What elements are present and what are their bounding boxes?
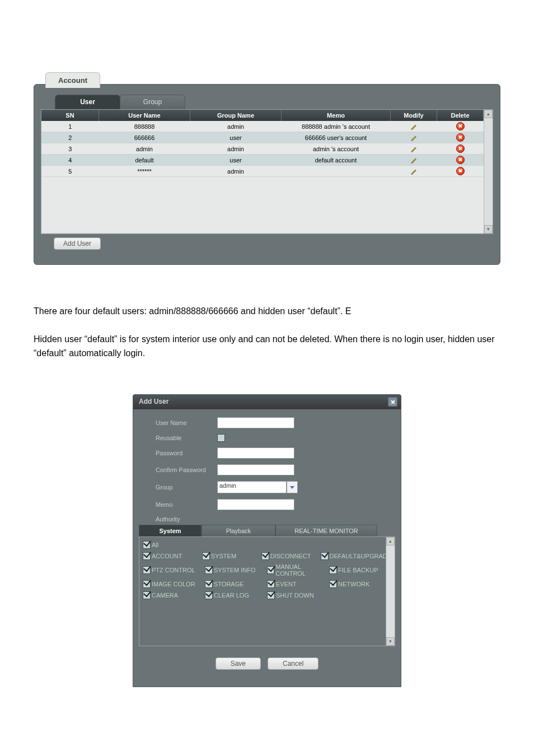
- perm-item[interactable]: CLEAR LOG: [205, 590, 267, 601]
- perm-checkbox[interactable]: [267, 580, 275, 588]
- perm-label: SYSTEM: [211, 553, 236, 559]
- perm-checkbox[interactable]: [329, 580, 337, 588]
- cell-modify: [391, 132, 437, 143]
- perm-label: NETWORK: [338, 581, 369, 587]
- label-confirm-password: Confirm Password: [156, 466, 217, 473]
- pencil-icon[interactable]: [411, 157, 417, 164]
- cell-delete: [437, 166, 484, 177]
- perm-item[interactable]: SHUT DOWN: [267, 590, 329, 601]
- perm-item[interactable]: DISCONNECT: [261, 550, 321, 562]
- label-password: Password: [156, 450, 217, 456]
- close-icon[interactable]: [388, 397, 397, 407]
- auth-tab-realtime[interactable]: REAL-TIME MONITOR: [275, 525, 377, 536]
- col-delete: Delete: [437, 110, 484, 121]
- prose-block: There are four default users: admin/8888…: [34, 304, 500, 361]
- perm-checkbox[interactable]: [267, 566, 274, 574]
- perm-item[interactable]: IMAGE COLOR: [143, 578, 205, 590]
- chevron-down-icon[interactable]: [287, 481, 298, 493]
- perm-label: IMAGE COLOR: [152, 581, 195, 587]
- cell-group-name: user: [190, 155, 282, 166]
- table-row: 5******admin: [41, 166, 484, 177]
- perm-checkbox[interactable]: [143, 580, 151, 588]
- col-user-name: User Name: [99, 110, 190, 121]
- delete-icon[interactable]: [456, 156, 465, 164]
- cell-modify: [391, 143, 437, 155]
- cell-modify: [391, 121, 437, 132]
- table-scrollbar[interactable]: ▴ ▾: [484, 110, 493, 234]
- label-user-name: User Name: [156, 419, 217, 426]
- cell-delete: [437, 121, 484, 132]
- perm-label: PTZ CONTROL: [152, 567, 195, 573]
- perm-item[interactable]: ACCOUNT: [143, 550, 202, 562]
- cell-sn: 1: [41, 121, 99, 132]
- perm-item[interactable]: SYSTEM INFO: [205, 562, 267, 578]
- perm-item[interactable]: NETWORK: [329, 578, 391, 590]
- perm-checkbox[interactable]: [205, 591, 213, 599]
- cell-memo: 888888 admin 's account: [282, 121, 391, 132]
- perm-all[interactable]: All: [143, 539, 216, 550]
- group-select[interactable]: admin: [217, 481, 287, 493]
- perm-item[interactable]: SYSTEM: [202, 550, 261, 562]
- col-sn: SN: [41, 110, 99, 121]
- perm-item[interactable]: MANUAL CONTROL: [267, 562, 329, 578]
- auth-tab-playback[interactable]: Playback: [202, 525, 275, 536]
- perm-checkbox[interactable]: [321, 552, 329, 560]
- cell-sn: 2: [41, 132, 99, 143]
- perm-label: CAMERA: [152, 592, 178, 599]
- delete-icon[interactable]: [456, 144, 465, 153]
- perm-item[interactable]: CAMERA: [143, 590, 205, 601]
- perm-item[interactable]: FILE BACKUP: [329, 562, 391, 578]
- col-modify: Modify: [391, 110, 437, 121]
- table-row: 2666666user666666 user's account: [41, 132, 484, 143]
- delete-icon[interactable]: [456, 133, 465, 142]
- perm-checkbox[interactable]: [143, 591, 151, 599]
- password-input[interactable]: [217, 447, 294, 459]
- cell-memo: default account: [282, 155, 391, 166]
- perm-item[interactable]: [329, 590, 391, 601]
- prose-p1: There are four default users: admin/8888…: [34, 304, 500, 319]
- perm-item[interactable]: DEFAULT&UPGRADE: [321, 550, 391, 562]
- pencil-icon[interactable]: [411, 124, 417, 130]
- save-button[interactable]: Save: [216, 657, 261, 670]
- cell-delete: [437, 155, 484, 166]
- perm-label: SYSTEM INFO: [214, 567, 256, 573]
- perm-checkbox[interactable]: [267, 591, 275, 599]
- delete-icon[interactable]: [456, 122, 465, 130]
- scroll-up-icon[interactable]: ▴: [484, 110, 493, 118]
- table-row: 1888888admin888888 admin 's account: [41, 121, 484, 132]
- perm-checkbox[interactable]: [143, 566, 151, 574]
- perm-label: MANUAL CONTROL: [275, 563, 329, 577]
- tab-group[interactable]: Group: [120, 95, 185, 109]
- add-user-button[interactable]: Add User: [54, 237, 101, 250]
- perm-item[interactable]: EVENT: [267, 578, 329, 590]
- perm-label: CLEAR LOG: [214, 592, 249, 599]
- auth-tab-system[interactable]: System: [139, 525, 202, 536]
- perm-checkbox[interactable]: [205, 566, 213, 574]
- scroll-up-icon[interactable]: ▴: [386, 537, 395, 545]
- cell-user-name: ******: [99, 166, 190, 177]
- account-title-tab: Account: [45, 72, 100, 88]
- user-name-input[interactable]: [217, 417, 294, 428]
- col-group-name: Group Name: [190, 110, 282, 121]
- scroll-down-icon[interactable]: ▾: [484, 225, 493, 234]
- perm-checkbox[interactable]: [143, 541, 151, 549]
- perm-checkbox[interactable]: [205, 580, 213, 588]
- perm-checkbox[interactable]: [202, 552, 210, 560]
- perm-item[interactable]: STORAGE: [205, 578, 267, 590]
- col-memo: Memo: [282, 110, 391, 121]
- perm-item[interactable]: PTZ CONTROL: [143, 562, 205, 578]
- scroll-down-icon[interactable]: ▾: [386, 637, 395, 646]
- pencil-icon[interactable]: [411, 146, 417, 152]
- cancel-button[interactable]: Cancel: [268, 657, 318, 670]
- pencil-icon[interactable]: [411, 135, 417, 141]
- confirm-password-input[interactable]: [217, 464, 294, 475]
- perm-checkbox[interactable]: [143, 552, 151, 560]
- delete-icon[interactable]: [456, 167, 465, 175]
- memo-input[interactable]: [217, 499, 294, 510]
- reusable-checkbox[interactable]: [217, 434, 225, 442]
- perm-checkbox[interactable]: [261, 552, 269, 560]
- pencil-icon[interactable]: [411, 169, 417, 175]
- tab-user[interactable]: User: [55, 95, 120, 109]
- perm-scrollbar[interactable]: ▴ ▾: [386, 537, 395, 646]
- perm-checkbox[interactable]: [329, 566, 337, 574]
